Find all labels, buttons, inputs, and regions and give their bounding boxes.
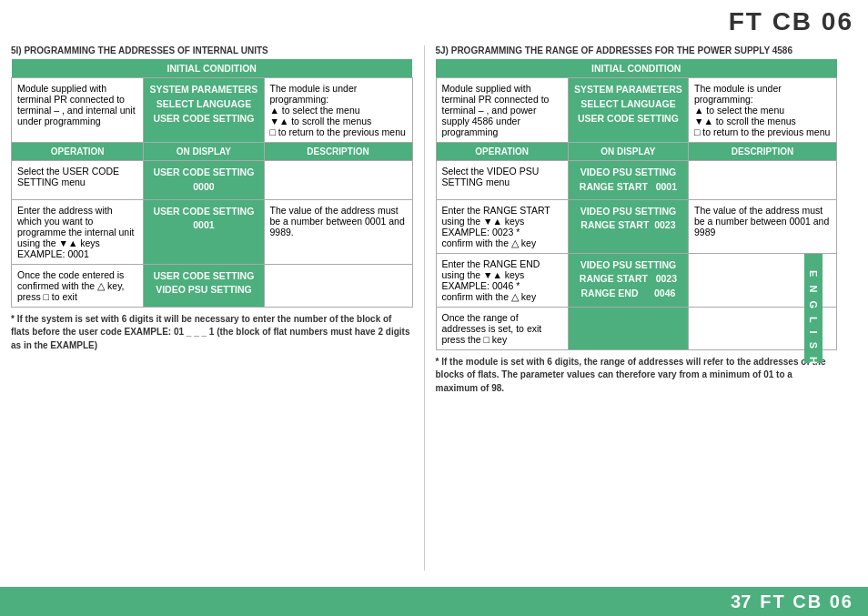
right-ic-right: The module is under programming: ▲ to se… — [689, 78, 837, 143]
left-col-op: OPERATION — [12, 143, 144, 161]
left-ic-right: The module is under programming: ▲ to se… — [264, 78, 412, 143]
footer-doc: FT CB 06 — [760, 591, 853, 612]
left-desc-3 — [264, 264, 412, 307]
left-col-display: ON DISPLAY — [144, 143, 264, 161]
right-display-2: VIDEO PSU SETTINGRANGE START 0023 — [568, 199, 688, 253]
right-desc-2: The value of the address must be a numbe… — [689, 199, 837, 253]
right-desc-1 — [689, 161, 837, 200]
right-ic-header: INITIAL CONDITION — [436, 59, 837, 78]
left-op-1: Select the USER CODE SETTING menu — [12, 161, 144, 200]
left-row-3: Once the code entered is confirmed with … — [12, 264, 413, 307]
left-row-2: Enter the address with which you want to… — [12, 199, 413, 264]
left-ic-center: SYSTEM PARAMETERS SELECT LANGUAGE USER C… — [144, 78, 264, 143]
left-note: * If the system is set with 6 digits it … — [11, 313, 413, 353]
right-note: * If the module is set with 6 digits, th… — [436, 356, 838, 396]
left-col-desc: DESCRIPTION — [264, 143, 412, 161]
left-display-3: USER CODE SETTINGVIDEO PSU SETTING — [144, 264, 264, 307]
left-panel: 5I) PROGRAMMING THE ADDRESSES OF INTERNA… — [11, 45, 413, 571]
right-display-4 — [568, 307, 688, 349]
sidebar-english: E N G L I S H — [804, 254, 823, 363]
right-row-4: Once the range of addresses is set, to e… — [436, 307, 837, 349]
left-section-title: 5I) PROGRAMMING THE ADDRESSES OF INTERNA… — [11, 45, 413, 56]
left-op-3: Once the code entered is confirmed with … — [12, 264, 144, 307]
header-title: FT CB 06 — [729, 7, 853, 35]
right-op-4: Once the range of addresses is set, to e… — [436, 307, 568, 349]
right-display-3: VIDEO PSU SETTINGRANGE START 0023RANGE E… — [568, 253, 688, 307]
right-col-desc: DESCRIPTION — [689, 143, 837, 161]
right-col-display: ON DISPLAY — [568, 143, 688, 161]
left-ic-header: INITIAL CONDITION — [12, 59, 413, 78]
left-display-1: USER CODE SETTING0000 — [144, 161, 264, 200]
right-display-1: VIDEO PSU SETTINGRANGE START 0001 — [568, 161, 688, 200]
left-ic-text: Module supplied with terminal PR connect… — [12, 78, 144, 143]
right-col-op: OPERATION — [436, 143, 568, 161]
right-panel: 5J) PROGRAMMING THE RANGE OF ADDRESSES F… — [436, 45, 838, 571]
left-op-2: Enter the address with which you want to… — [12, 199, 144, 264]
left-desc-1 — [264, 161, 412, 200]
right-op-3: Enter the RANGE END using the ▼▲ keysEXA… — [436, 253, 568, 307]
right-ic-text: Module supplied with terminal PR connect… — [436, 78, 568, 143]
right-ic-center: SYSTEM PARAMETERS SELECT LANGUAGE USER C… — [568, 78, 688, 143]
left-display-2: USER CODE SETTING0001 — [144, 199, 264, 264]
right-section-title: 5J) PROGRAMMING THE RANGE OF ADDRESSES F… — [436, 45, 838, 56]
left-desc-2: The value of the address must be a numbe… — [264, 199, 412, 264]
left-row-1: Select the USER CODE SETTING menu USER C… — [12, 161, 413, 200]
footer: 37 FT CB 06 — [0, 587, 868, 616]
footer-page: 37 — [731, 591, 751, 612]
right-op-2: Enter the RANGE START using the ▼▲ keysE… — [436, 199, 568, 253]
right-op-1: Select the VIDEO PSU SETTING menu — [436, 161, 568, 200]
right-row-2: Enter the RANGE START using the ▼▲ keysE… — [436, 199, 837, 253]
right-row-3: Enter the RANGE END using the ▼▲ keysEXA… — [436, 253, 837, 307]
right-row-1: Select the VIDEO PSU SETTING menu VIDEO … — [436, 161, 837, 200]
header: FT CB 06 — [0, 0, 868, 40]
